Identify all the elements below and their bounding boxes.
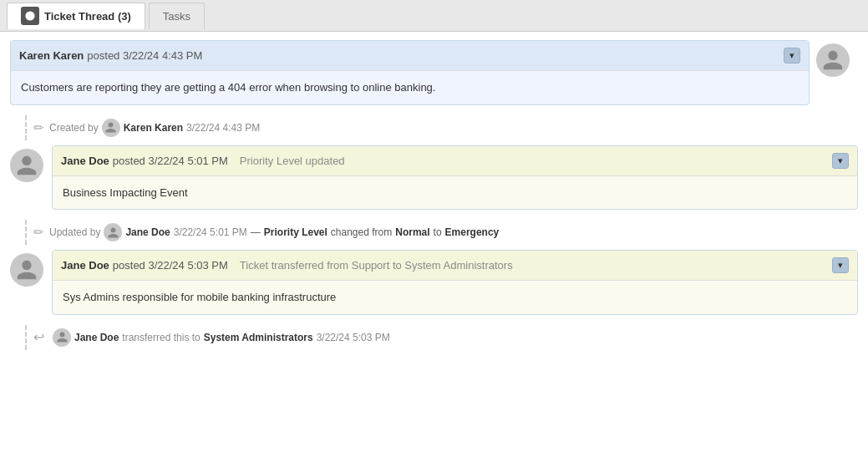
- ticket-icon: [21, 7, 39, 25]
- post-2-body: Business Impacting Event: [53, 175, 857, 210]
- pencil-icon-1: ✏: [33, 120, 44, 135]
- transfer-icon: ↩: [33, 329, 44, 345]
- post-1-header: Karen Karen posted 3/22/24 4:43 PM ▾: [11, 41, 809, 70]
- updated-by-author: Jane Doe: [125, 226, 170, 238]
- post-3-avatar: [10, 253, 43, 287]
- content-area: Karen Karen posted 3/22/24 4:43 PM ▾ Cus…: [0, 32, 868, 452]
- post-2-card: Jane Doe posted 3/22/24 5:01 PM Priority…: [52, 145, 858, 211]
- created-by-timestamp: 3/22/24 4:43 PM: [186, 122, 260, 134]
- tab-ticket-thread[interactable]: Ticket Thread (3): [7, 3, 145, 29]
- post-2-avatar: [10, 149, 43, 182]
- post-1-dropdown[interactable]: ▾: [784, 48, 800, 63]
- post-2-tag: Priority Level updated: [240, 155, 345, 167]
- updated-avatar-small: [104, 223, 122, 241]
- updated-by-timestamp: 3/22/24 5:01 PM: [174, 226, 247, 238]
- post-2-author: Jane Doe: [61, 155, 109, 167]
- post-2-dropdown[interactable]: ▾: [832, 153, 849, 169]
- transferred-timestamp: 3/22/24 5:03 PM: [317, 332, 390, 343]
- post-3-author: Jane Doe: [61, 259, 109, 272]
- meta-created-row: ✏ Created by Karen Karen 3/22/24 4:43 PM: [25, 115, 858, 140]
- post-1-author: Karen Karen: [19, 49, 84, 62]
- created-by-label: Created by: [49, 122, 99, 134]
- to-label: to: [434, 226, 442, 238]
- meta-transferred-row: ↩ Jane Doe transferred this to System Ad…: [25, 325, 858, 350]
- post-1-avatar: [816, 43, 850, 77]
- meta-updated-row: ✏ Updated by Jane Doe 3/22/24 5:01 PM — …: [25, 220, 858, 245]
- post-3-meta: posted 3/22/24 5:03 PM: [113, 259, 228, 272]
- post-2-header: Jane Doe posted 3/22/24 5:01 PM Priority…: [53, 146, 857, 175]
- post-1-card-wrapper: Karen Karen posted 3/22/24 4:43 PM ▾ Cus…: [10, 40, 810, 112]
- first-post-row: Karen Karen posted 3/22/24 4:43 PM ▾ Cus…: [10, 40, 858, 112]
- tab-ticket-thread-label: Ticket Thread (3): [44, 10, 131, 23]
- post-2-row: Jane Doe posted 3/22/24 5:01 PM Priority…: [10, 145, 858, 217]
- post-2-meta: posted 3/22/24 5:01 PM: [113, 155, 228, 167]
- created-by-author: Karen Karen: [124, 122, 183, 134]
- post-3-card-wrapper: Jane Doe posted 3/22/24 5:03 PM Ticket t…: [52, 250, 858, 322]
- pencil-icon-2: ✏: [33, 225, 44, 240]
- priority-to-value: Emergency: [445, 226, 500, 238]
- priority-from-value: Normal: [395, 226, 429, 238]
- post-1-body: Customers are reporting they are getting…: [11, 70, 809, 104]
- transferred-dest: System Administrators: [204, 332, 313, 343]
- tabs-bar: Ticket Thread (3) Tasks: [0, 0, 868, 32]
- changed-from-label: changed from: [331, 226, 392, 238]
- created-avatar-small: [102, 119, 120, 137]
- post-3-card: Jane Doe posted 3/22/24 5:03 PM Ticket t…: [52, 250, 858, 315]
- post-1-card: Karen Karen posted 3/22/24 4:43 PM ▾ Cus…: [10, 40, 810, 105]
- post-3-tag: Ticket transferred from Support to Syste…: [240, 259, 513, 272]
- priority-level-label: Priority Level: [264, 226, 327, 238]
- transferred-author: Jane Doe: [74, 332, 119, 343]
- post-1-meta: posted 3/22/24 4:43 PM: [87, 49, 202, 62]
- post-3-row: Jane Doe posted 3/22/24 5:03 PM Ticket t…: [10, 250, 858, 322]
- post-2-card-wrapper: Jane Doe posted 3/22/24 5:01 PM Priority…: [52, 145, 858, 217]
- updated-change-prefix: —: [251, 226, 261, 238]
- updated-by-label: Updated by: [49, 226, 100, 238]
- post-3-dropdown[interactable]: ▾: [832, 257, 849, 273]
- post-3-header: Jane Doe posted 3/22/24 5:03 PM Ticket t…: [53, 251, 857, 280]
- transferred-verb: transferred this to: [122, 332, 200, 343]
- tab-tasks[interactable]: Tasks: [149, 3, 205, 29]
- post-3-body: Sys Admins responsible for mobile bankin…: [53, 280, 857, 314]
- tab-tasks-label: Tasks: [163, 10, 190, 23]
- transferred-avatar-small: [53, 328, 71, 347]
